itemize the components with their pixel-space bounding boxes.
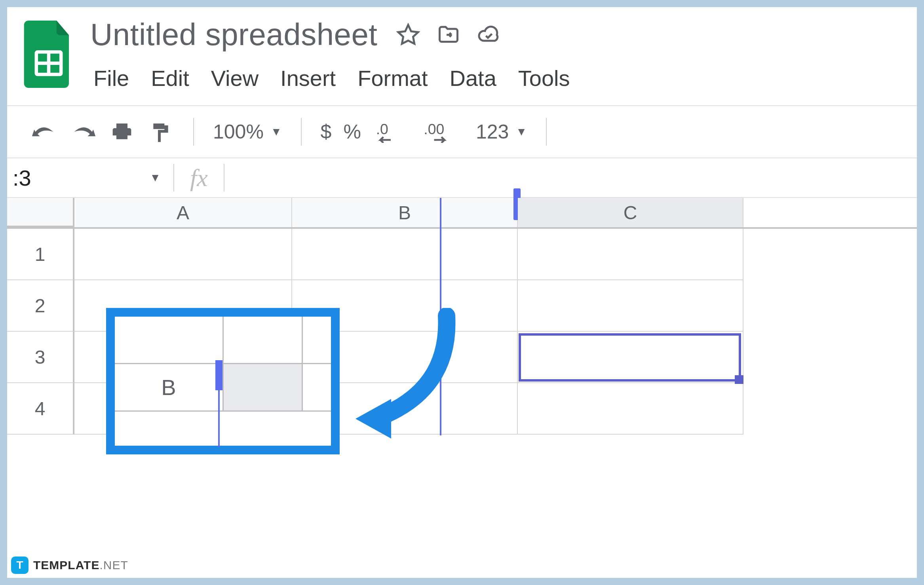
- menu-tools[interactable]: Tools: [518, 65, 570, 91]
- cloud-status-icon[interactable]: [477, 23, 501, 47]
- zoom-dropdown[interactable]: 100% ▼: [213, 120, 282, 143]
- name-box-value: :3: [13, 165, 31, 191]
- grid-row: 1: [7, 229, 917, 280]
- star-icon[interactable]: [396, 23, 420, 47]
- menu-file[interactable]: File: [93, 65, 129, 91]
- document-title[interactable]: Untitled spreadsheet: [90, 17, 377, 53]
- zoom-column-label: B: [115, 364, 224, 410]
- fx-label: fx: [174, 164, 224, 192]
- svg-marker-3: [398, 25, 418, 44]
- column-header-b[interactable]: B: [292, 198, 518, 227]
- cell-c4[interactable]: [518, 383, 743, 435]
- zoom-callout: B: [106, 308, 340, 454]
- column-headers: A B C: [7, 198, 917, 229]
- watermark-badge-icon: T: [11, 557, 29, 574]
- watermark-suffix: .NET: [99, 558, 128, 572]
- toolbar-separator: [301, 118, 302, 146]
- row-header-4[interactable]: 4: [7, 383, 74, 435]
- chevron-down-icon: ▼: [150, 171, 161, 184]
- menu-data[interactable]: Data: [450, 65, 496, 91]
- selection-outline: [519, 333, 741, 382]
- chevron-down-icon: ▼: [516, 125, 527, 138]
- formula-bar-separator: [224, 164, 224, 192]
- watermark-brand: TEMPLATE: [33, 558, 99, 572]
- cell-c1[interactable]: [518, 229, 743, 280]
- print-icon[interactable]: [108, 121, 135, 143]
- zoom-value: 100%: [213, 120, 264, 143]
- cell-a1[interactable]: [74, 229, 292, 280]
- menu-edit[interactable]: Edit: [151, 65, 189, 91]
- row-header-3[interactable]: 3: [7, 332, 74, 383]
- paint-format-icon[interactable]: [147, 121, 174, 143]
- watermark-text: TEMPLATE.NET: [33, 558, 128, 572]
- svg-marker-6: [356, 399, 391, 439]
- zoom-resize-guide: [218, 388, 220, 447]
- callout-arrow-icon: [348, 308, 470, 443]
- decrease-decimal-button[interactable]: .0: [373, 121, 409, 143]
- menu-insert[interactable]: Insert: [280, 65, 336, 91]
- cell-b1[interactable]: [292, 229, 518, 280]
- more-formats-label: 123: [476, 120, 509, 143]
- svg-text:.0: .0: [376, 121, 388, 137]
- increase-decimal-button[interactable]: .00: [420, 121, 464, 143]
- title-area: Untitled spreadsheet File Edit View: [90, 17, 909, 91]
- toolbar: 100% ▼ $ % .0 .00 123 ▼: [7, 105, 917, 158]
- format-percent-button[interactable]: %: [343, 120, 361, 143]
- undo-icon[interactable]: [31, 121, 58, 143]
- select-all-corner[interactable]: [7, 198, 74, 227]
- chevron-down-icon: ▼: [271, 125, 282, 138]
- formula-bar: :3 ▼ fx: [7, 158, 917, 198]
- zoom-resize-handle-icon: [215, 360, 222, 390]
- row-header-2[interactable]: 2: [7, 280, 74, 332]
- menu-format[interactable]: Format: [357, 65, 428, 91]
- toolbar-separator: [193, 118, 194, 146]
- sheets-logo-icon[interactable]: [23, 21, 74, 88]
- format-currency-button[interactable]: $: [321, 120, 332, 143]
- name-box[interactable]: :3 ▼: [7, 165, 173, 191]
- cell-c2[interactable]: [518, 280, 743, 332]
- row-header-1[interactable]: 1: [7, 229, 74, 280]
- header: Untitled spreadsheet File Edit View: [7, 7, 917, 91]
- column-header-c[interactable]: C: [518, 198, 743, 227]
- svg-text:.00: .00: [424, 121, 444, 137]
- move-folder-icon[interactable]: [437, 23, 460, 47]
- menu-bar: File Edit View Insert Format Data Tools: [90, 65, 909, 91]
- column-header-a[interactable]: A: [74, 198, 292, 227]
- menu-view[interactable]: View: [211, 65, 259, 91]
- redo-icon[interactable]: [70, 121, 97, 143]
- app-window: Untitled spreadsheet File Edit View: [7, 7, 917, 578]
- toolbar-separator: [546, 118, 547, 146]
- column-header-b-label: B: [398, 202, 411, 224]
- watermark: T TEMPLATE.NET: [7, 553, 135, 578]
- more-formats-dropdown[interactable]: 123 ▼: [476, 120, 527, 143]
